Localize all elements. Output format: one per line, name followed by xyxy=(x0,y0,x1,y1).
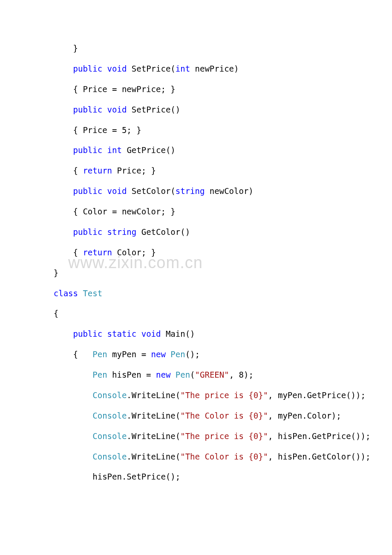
code-line: { xyxy=(34,304,358,324)
code-token: newColor) xyxy=(205,186,253,196)
code-token: Console xyxy=(92,431,127,441)
code-token: newPrice) xyxy=(190,64,239,73)
code-token: , hisPen.GetPrice()); xyxy=(268,431,370,441)
code-token: void xyxy=(107,186,127,196)
code-line: } xyxy=(34,263,358,283)
code-token: { xyxy=(54,309,58,318)
code-token: public xyxy=(73,329,103,338)
code-token: Color; } xyxy=(112,248,156,257)
code-token: , myPen.Color); xyxy=(268,411,341,420)
code-token: public xyxy=(73,227,103,237)
code-token: int xyxy=(176,64,190,73)
code-token: void xyxy=(107,64,127,73)
code-token: .WriteLine( xyxy=(127,431,180,441)
code-token: GetColor() xyxy=(136,227,190,237)
code-token xyxy=(102,145,107,155)
code-token: string xyxy=(176,186,205,196)
code-token xyxy=(166,350,170,359)
code-token: public xyxy=(73,64,103,73)
code-line: { Pen myPen = new Pen(); xyxy=(34,344,358,365)
code-line: public void SetColor(string newColor) xyxy=(34,181,358,202)
code-token: Pen xyxy=(92,370,107,379)
code-token: SetPrice( xyxy=(127,64,175,73)
code-token xyxy=(102,227,107,237)
code-token xyxy=(102,186,107,196)
code-line: Console.WriteLine("The price is {0}", my… xyxy=(34,385,358,406)
code-line: hisPen.SetPrice(); xyxy=(34,467,358,487)
code-block: } public void SetPrice(int newPrice) { P… xyxy=(0,0,392,487)
code-line: { Price = 5; } xyxy=(34,120,358,141)
code-token: myPen = xyxy=(107,350,151,359)
code-token: return xyxy=(83,248,112,257)
code-token: .WriteLine( xyxy=(127,452,180,461)
code-token: { xyxy=(73,166,83,175)
code-line: Pen hisPen = new Pen("GREEN", 8); xyxy=(34,365,358,385)
code-token: hisPen = xyxy=(107,370,156,379)
code-token: Console xyxy=(92,390,127,400)
code-token: { Color = newColor; } xyxy=(73,207,176,216)
code-token: Main() xyxy=(161,329,195,338)
code-token: "The Color is {0}" xyxy=(180,452,268,461)
code-line: Console.WriteLine("The Color is {0}", hi… xyxy=(34,447,358,467)
code-token: .WriteLine( xyxy=(127,411,180,420)
code-token: } xyxy=(73,43,78,53)
code-token: public xyxy=(73,186,103,196)
code-line: public void SetPrice() xyxy=(34,100,358,120)
code-token: SetColor( xyxy=(127,186,175,196)
code-token xyxy=(102,64,107,73)
code-token: Test xyxy=(83,289,102,298)
code-token: GetPrice() xyxy=(122,145,176,155)
code-token: Console xyxy=(92,452,127,461)
code-line: public int GetPrice() xyxy=(34,140,358,161)
code-token: Console xyxy=(92,411,127,420)
code-token xyxy=(102,329,107,338)
code-token: Price; } xyxy=(112,166,156,175)
code-token: , hisPen.GetColor()); xyxy=(268,452,370,461)
code-token xyxy=(102,105,107,114)
code-token: , myPen.GetPrice()); xyxy=(268,390,366,400)
code-token xyxy=(136,329,141,338)
code-line: public void SetPrice(int newPrice) xyxy=(34,59,358,79)
code-token: static xyxy=(107,329,137,338)
code-token: { xyxy=(73,248,83,257)
code-token: } xyxy=(54,268,58,278)
code-token: , 8); xyxy=(229,370,254,379)
code-token: class xyxy=(54,289,78,298)
code-line: public string GetColor() xyxy=(34,222,358,243)
code-token: SetPrice() xyxy=(127,105,180,114)
code-token: string xyxy=(107,227,137,237)
code-token: public xyxy=(73,145,103,155)
code-token: void xyxy=(107,105,127,114)
code-token: public xyxy=(73,105,103,114)
code-token: int xyxy=(107,145,122,155)
code-token: new xyxy=(151,350,166,359)
code-line: { return Price; } xyxy=(34,161,358,181)
code-line: { Color = newColor; } xyxy=(34,202,358,222)
code-token xyxy=(78,289,83,298)
code-token: Pen xyxy=(170,350,185,359)
code-line: } xyxy=(34,38,358,59)
code-token: hisPen.SetPrice(); xyxy=(92,472,180,481)
code-token: new xyxy=(156,370,170,379)
code-line: public static void Main() xyxy=(34,324,358,344)
code-token: Pen xyxy=(176,370,190,379)
code-token: "GREEN" xyxy=(195,370,229,379)
code-token: ( xyxy=(190,370,195,379)
code-token: { Price = newPrice; } xyxy=(73,84,176,94)
code-token: { xyxy=(73,350,93,359)
code-token: .WriteLine( xyxy=(127,390,180,400)
code-token: return xyxy=(83,166,112,175)
code-token: "The price is {0}" xyxy=(180,431,268,441)
code-line: Console.WriteLine("The Color is {0}", my… xyxy=(34,406,358,426)
code-token: "The price is {0}" xyxy=(180,390,268,400)
code-token: void xyxy=(141,329,161,338)
code-token: Pen xyxy=(92,350,107,359)
code-token: "The Color is {0}" xyxy=(180,411,268,420)
code-token xyxy=(170,370,175,379)
code-line: Console.WriteLine("The price is {0}", hi… xyxy=(34,426,358,447)
code-line: class Test xyxy=(34,283,358,304)
code-token: { Price = 5; } xyxy=(73,125,141,135)
code-token: (); xyxy=(185,350,200,359)
code-line: { return Color; } xyxy=(34,243,358,263)
code-line: { Price = newPrice; } xyxy=(34,79,358,100)
